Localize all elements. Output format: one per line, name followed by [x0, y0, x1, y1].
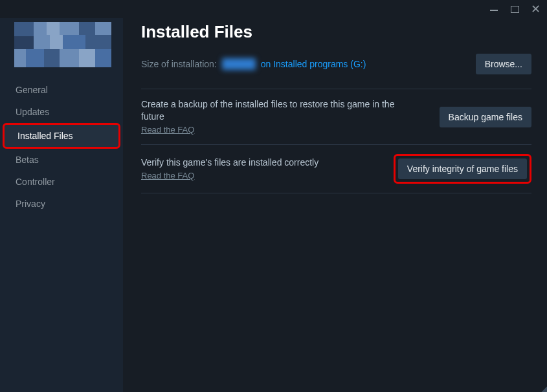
main-panel: Installed Files Size of installation: on… [123, 18, 547, 392]
installation-size-row: Size of installation: on Installed progr… [141, 54, 531, 74]
resize-grip[interactable]: ◢ [541, 387, 546, 391]
sidebar-item-controller[interactable]: Controller [0, 171, 123, 193]
sidebar-item-installed-files[interactable]: Installed Files [3, 123, 120, 149]
installation-drive-link[interactable]: on Installed programs (G:) [261, 59, 366, 69]
sidebar-item-label: Updates [16, 107, 49, 117]
backup-game-files-button[interactable]: Backup game files [440, 107, 531, 127]
verify-row: Verify this game's files are installed c… [141, 144, 531, 193]
sidebar-item-label: Controller [16, 177, 55, 187]
size-value-redacted [222, 58, 256, 70]
backup-faq-link[interactable]: Read the FAQ [141, 124, 194, 136]
browse-button[interactable]: Browse... [476, 54, 531, 74]
window-body: General Updates Installed Files Betas Co… [0, 18, 547, 392]
properties-window: ✕ Gen [0, 0, 547, 392]
sidebar-item-label: Privacy [16, 199, 45, 209]
backup-row: Create a backup of the installed files t… [141, 89, 531, 144]
backup-text: Create a backup of the installed files t… [141, 98, 400, 135]
sidebar-item-label: Betas [16, 155, 39, 165]
close-button[interactable]: ✕ [529, 5, 542, 14]
sidebar-item-general[interactable]: General [0, 79, 123, 101]
sidebar-item-privacy[interactable]: Privacy [0, 193, 123, 215]
sidebar-item-label: Installed Files [17, 131, 73, 141]
verify-button-highlight: Verify integrity of game files [394, 154, 531, 184]
verify-faq-link[interactable]: Read the FAQ [141, 170, 194, 182]
verify-integrity-button[interactable]: Verify integrity of game files [398, 158, 527, 179]
sidebar-item-label: General [16, 85, 48, 95]
maximize-button[interactable] [508, 6, 521, 13]
size-label: Size of installation: [141, 59, 217, 69]
page-title: Installed Files [141, 22, 531, 42]
sidebar: General Updates Installed Files Betas Co… [0, 18, 123, 392]
minimize-button[interactable] [487, 8, 500, 10]
verify-description: Verify this game's files are installed c… [141, 157, 318, 169]
verify-text: Verify this game's files are installed c… [141, 157, 318, 181]
backup-description: Create a backup of the installed files t… [141, 98, 400, 123]
sidebar-item-betas[interactable]: Betas [0, 149, 123, 171]
installation-size-text: Size of installation: on Installed progr… [141, 58, 366, 70]
game-artwork [14, 22, 111, 67]
window-titlebar: ✕ [0, 0, 547, 18]
sidebar-item-updates[interactable]: Updates [0, 101, 123, 123]
